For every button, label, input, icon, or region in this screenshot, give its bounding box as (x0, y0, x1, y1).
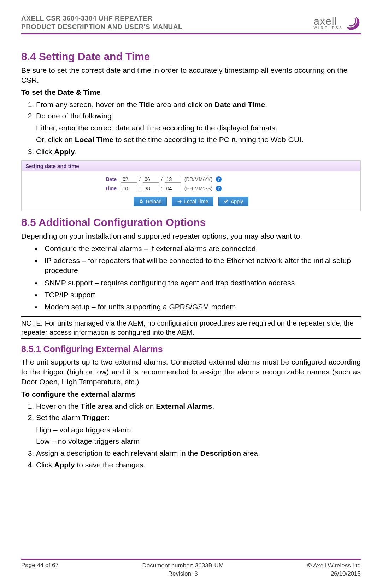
footer-right: © Axell Wireless Ltd 26/10/2015 (307, 562, 361, 578)
panel-title: Setting date and time (22, 161, 360, 171)
page-header: AXELL CSR 3604-3304 UHF REPEATER PRODUCT… (21, 14, 361, 34)
date-yy-input[interactable] (165, 176, 181, 183)
steps-8-4: From any screen, hover on the Title area… (21, 100, 361, 121)
step-8-5-1-2-sub2: Low – no voltage triggers alarm (36, 436, 361, 446)
time-ss-input[interactable] (165, 185, 181, 192)
bullet-item: Configure the external alarms – if exter… (42, 244, 361, 254)
intro-8-5-1: The unit supports up to two external ala… (21, 357, 361, 387)
subhead-8-4: To set the Date & Time (21, 87, 361, 97)
date-mm-input[interactable] (143, 176, 159, 183)
bullets-8-5: Configure the external alarms – if exter… (21, 244, 361, 312)
intro-8-4: Be sure to set the correct date and time… (21, 65, 361, 86)
step-8-5-1-1: Hover on the Title area and click on Ext… (36, 401, 361, 411)
heading-8-5: 8.5 Additional Configuration Options (21, 216, 361, 228)
brand-word: axell (313, 15, 343, 27)
reload-icon (139, 199, 144, 204)
time-label: Time (100, 186, 117, 191)
local-time-button[interactable]: Local Time (172, 197, 213, 206)
bullet-item: SNMP support – requires configuring the … (42, 278, 361, 288)
bullet-item: IP address – for repeaters that will be … (42, 256, 361, 276)
time-hh-input[interactable] (121, 185, 137, 192)
apply-button[interactable]: Apply (218, 197, 248, 206)
logo-swirl-icon (345, 15, 361, 30)
datetime-screenshot: Setting date and time Date / / (DD/MM/YY… (21, 160, 361, 211)
steps-8-5-1-cont: Assign a description to each relevant al… (21, 448, 361, 470)
footer-center: Document number: 3633B-UM Revision. 3 (142, 562, 224, 578)
steps-8-5-1: Hover on the Title area and click on Ext… (21, 401, 361, 423)
step-8-5-1-2: Set the alarm Trigger: (36, 413, 361, 423)
step-8-4-1: From any screen, hover on the Title area… (36, 100, 361, 110)
header-line-2: PRODUCT DESCRIPTION AND USER'S MANUAL (21, 23, 182, 30)
heading-8-4: 8.4 Setting Date and Time (21, 51, 361, 63)
step-8-5-1-4: Click Apply to save the changes. (36, 460, 361, 470)
arrow-right-icon (177, 199, 182, 204)
time-row: Time : : (HH:MM:SS) ? (22, 184, 360, 193)
step-8-5-1-2-sub1: High – voltage triggers alarm (36, 425, 361, 435)
step-8-4-2-sub2: Or, click on Local Time to set the time … (36, 135, 361, 145)
date-row: Date / / (DD/MM/YY) ? (22, 175, 360, 184)
header-title: AXELL CSR 3604-3304 UHF REPEATER PRODUCT… (21, 14, 182, 31)
page-footer: Page 44 of 67 Document number: 3633B-UM … (21, 559, 361, 578)
footer-left: Page 44 of 67 (21, 562, 59, 578)
time-format: (HH:MM:SS) (184, 186, 212, 191)
date-dd-input[interactable] (121, 176, 137, 183)
bullet-item: TCP/IP support (42, 290, 361, 300)
header-line-1: AXELL CSR 3604-3304 UHF REPEATER (21, 14, 152, 22)
date-label: Date (100, 176, 117, 182)
heading-8-5-1: 8.5.1 Configuring External Alarms (21, 344, 361, 354)
reload-button[interactable]: Reload (134, 197, 167, 206)
help-icon[interactable]: ? (216, 186, 222, 191)
step-8-4-2-sub1: Either, enter the correct date and time … (36, 123, 361, 133)
step-8-4-2: Do one of the following: (36, 111, 361, 121)
date-format: (DD/MM/YY) (184, 176, 212, 182)
step-8-5-1-3: Assign a description to each relevant al… (36, 448, 361, 458)
help-icon[interactable]: ? (216, 176, 222, 182)
subhead-8-5-1: To configure the external alarms (21, 389, 361, 399)
check-icon (224, 199, 229, 204)
steps-8-4-cont: Click Apply. (21, 147, 361, 157)
note-box: NOTE: For units managed via the AEM, no … (21, 316, 361, 339)
brand-logo: axell WIRELESS (313, 15, 361, 30)
note-text: NOTE: For units managed via the AEM, no … (21, 319, 361, 337)
time-mm-input[interactable] (143, 185, 159, 192)
intro-8-5: Depending on your installation and suppo… (21, 231, 361, 241)
brand-sub: WIRELESS (313, 26, 343, 30)
bullet-item: Modem setup – for units supporting a GPR… (42, 302, 361, 312)
step-8-4-3: Click Apply. (36, 147, 361, 157)
